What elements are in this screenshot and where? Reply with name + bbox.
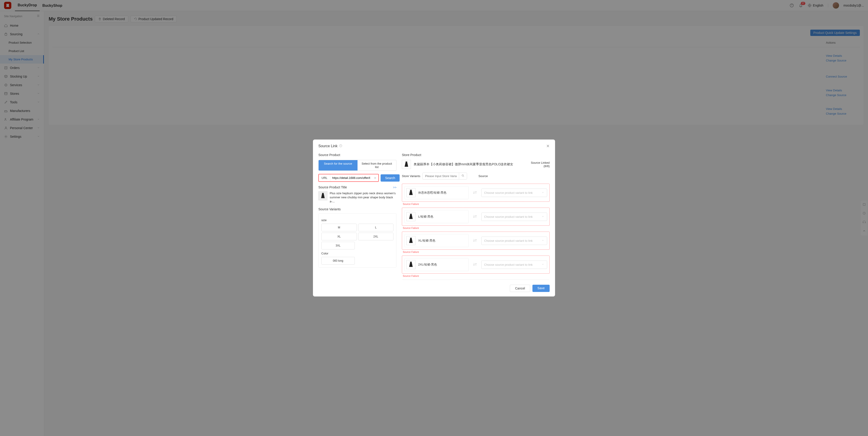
unlink-icon[interactable] <box>473 263 477 267</box>
variant-thumbnail <box>406 212 415 221</box>
modal-title: Source Link <box>318 144 338 148</box>
url-label: URL <box>319 174 330 181</box>
source-product-title-label: Source Product Title <box>318 186 347 189</box>
unlink-icon[interactable] <box>473 239 477 243</box>
store-product-heading: Store Product <box>402 153 550 157</box>
svg-point-14 <box>462 175 464 176</box>
variant-name: XL/短裙-黑色 <box>418 239 435 243</box>
variant-name: 2XL/短裙-黑色 <box>418 263 437 267</box>
store-product-thumbnail <box>402 160 411 169</box>
variant-name: L/短裙-黑色 <box>418 214 433 219</box>
source-failure-text: Source Failure <box>403 227 550 229</box>
info-icon[interactable]: ? <box>339 144 342 148</box>
chevron-down-icon <box>541 215 544 219</box>
source-failure-text: Source Failure <box>403 274 550 277</box>
store-variants-label: Store Variants <box>402 174 420 178</box>
size-chip-xl[interactable]: XL <box>321 233 357 240</box>
search-icon[interactable] <box>459 173 467 179</box>
clear-icon[interactable]: ✕ <box>372 176 378 180</box>
cancel-button[interactable]: Cancel <box>510 285 530 292</box>
close-icon[interactable]: ✕ <box>546 144 550 148</box>
source-failure-text: Source Failure <box>403 203 550 205</box>
variant-thumbnail <box>406 260 415 269</box>
source-column-label: Source <box>478 174 488 178</box>
search-button[interactable]: Search <box>381 174 400 181</box>
variant-source-select[interactable]: Choose source product variant to link <box>481 261 547 269</box>
chevron-down-icon <box>541 263 544 266</box>
variant-thumbnail <box>406 188 415 197</box>
save-button[interactable]: Save <box>532 285 550 292</box>
size-chip-3xl[interactable]: 3XL <box>321 242 355 249</box>
variant-row: 2XL/短裙-黑色 Choose source product variant … <box>402 256 550 274</box>
variant-row: 休息休息吧/短裙-黑色 Choose source product varian… <box>402 183 550 202</box>
store-variants-input[interactable] <box>423 173 459 179</box>
variant-row: 休息休息吧/长裙-黑色 Choose source product varian… <box>402 279 550 280</box>
source-link-modal: Source Link ? ✕ Source Product Search fo… <box>313 139 555 297</box>
select-placeholder: Choose source product variant to link <box>484 215 533 219</box>
svg-text:?: ? <box>340 145 341 146</box>
chevron-down-icon <box>541 239 544 242</box>
variant-thumbnail <box>406 236 415 245</box>
variant-source-select[interactable]: Choose source product variant to link <box>481 237 547 245</box>
source-product-title-text: Plus size hepburn zipper polo neck dress… <box>330 191 397 204</box>
size-chip-2xl[interactable]: 2XL <box>358 233 394 240</box>
product-thumbnail <box>318 191 328 200</box>
source-linked-label: Source Linked <box>531 161 550 164</box>
url-input-group: URL ✕ <box>318 174 379 182</box>
select-placeholder: Choose source product variant to link <box>484 191 533 195</box>
unlink-icon[interactable] <box>473 214 477 219</box>
size-label: size <box>321 219 394 222</box>
variant-name: 休息休息吧/短裙-黑色 <box>418 191 446 195</box>
tab-select-list[interactable]: Select from the product list <box>358 160 397 170</box>
size-chip-m[interactable]: M <box>321 224 357 231</box>
tab-search-source[interactable]: Search for the source <box>319 160 358 170</box>
color-label: Color <box>321 252 394 255</box>
select-placeholder: Choose source product variant to link <box>484 239 533 242</box>
source-product-heading: Source Product <box>318 153 397 157</box>
source-variants-heading: Source Variants <box>318 207 397 211</box>
select-placeholder: Choose source product variant to link <box>484 263 533 266</box>
variant-row: L/短裙-黑色 Choose source product variant to… <box>402 208 550 226</box>
variant-source-select[interactable]: Choose source product variant to link <box>481 212 547 221</box>
unlink-icon[interactable] <box>473 191 477 195</box>
modal-overlay: Source Link ? ✕ Source Product Search fo… <box>0 0 868 436</box>
url-input[interactable] <box>330 174 372 181</box>
color-chip-083[interactable]: 083 long <box>321 257 355 265</box>
expand-link[interactable]: >> <box>393 186 397 189</box>
store-product-title: 奥黛丽厚本【小奥莉修容裙】微胖mm休闲夏季显瘦黑色POLO连衣裙女 <box>414 162 528 166</box>
chevron-down-icon <box>541 191 544 195</box>
source-failure-text: Source Failure <box>403 250 550 253</box>
variant-source-select[interactable]: Choose source product variant to link <box>481 189 547 197</box>
size-chip-l[interactable]: L <box>358 224 394 231</box>
variant-row: XL/短裙-黑色 Choose source product variant t… <box>402 232 550 250</box>
source-linked-count: (8/8) <box>531 164 550 168</box>
